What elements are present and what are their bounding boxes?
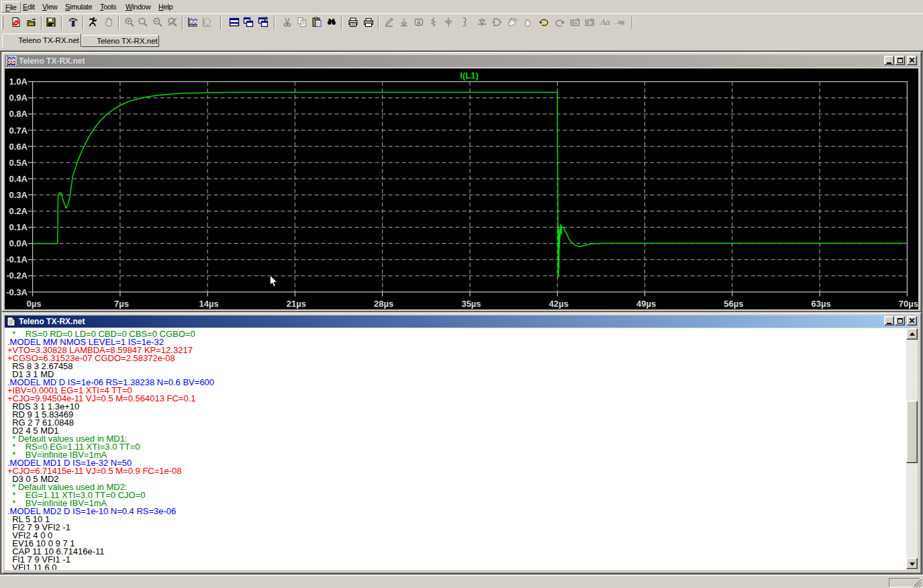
svg-text:0.4A: 0.4A [9, 174, 28, 184]
svg-text:0.8A: 0.8A [9, 109, 28, 119]
svg-text:-0.2A: -0.2A [6, 271, 28, 281]
svg-text:7µs: 7µs [114, 299, 129, 309]
svg-text:21µs: 21µs [287, 299, 306, 309]
svg-text:70µs: 70µs [899, 299, 918, 309]
svg-text:0µs: 0µs [27, 299, 42, 309]
svg-text:I(L1): I(L1) [460, 70, 478, 81]
svg-text:63µs: 63µs [812, 299, 831, 309]
svg-text:35µs: 35µs [461, 299, 481, 309]
svg-text:0.1A: 0.1A [9, 222, 28, 232]
svg-text:Aa: Aa [599, 17, 610, 27]
svg-text:0.0A: 0.0A [9, 238, 28, 248]
svg-text:42µs: 42µs [549, 299, 569, 309]
svg-text:28µs: 28µs [374, 299, 393, 309]
svg-text:1.0A: 1.0A [9, 77, 28, 87]
svg-text:-0.1A: -0.1A [6, 254, 28, 264]
svg-text:0.5A: 0.5A [9, 158, 28, 168]
svg-text:0.9A: 0.9A [9, 93, 28, 103]
svg-text:14µs: 14µs [199, 299, 219, 309]
svg-text:0.2A: 0.2A [9, 206, 28, 216]
svg-text:0.3A: 0.3A [9, 190, 28, 200]
svg-text:0.7A: 0.7A [9, 126, 28, 136]
svg-text:0.6A: 0.6A [9, 142, 28, 152]
svg-text:56µs: 56µs [724, 299, 743, 309]
svg-text:A: A [417, 19, 421, 26]
svg-text:-0.3A: -0.3A [6, 287, 28, 297]
svg-text:.op: .op [614, 19, 624, 26]
svg-text:49µs: 49µs [636, 299, 656, 309]
